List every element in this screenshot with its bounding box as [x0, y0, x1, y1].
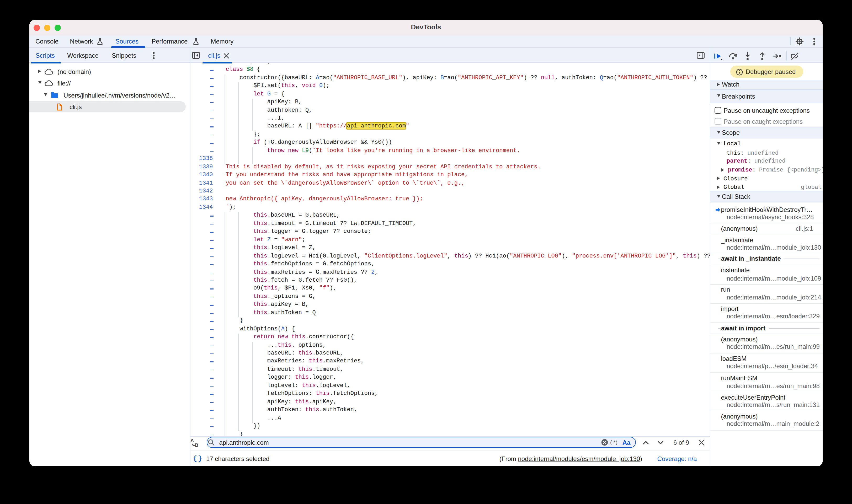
svg-text:B: B [195, 443, 198, 447]
svg-text:A: A [191, 438, 194, 443]
svg-text:(.*): (.*) [610, 439, 618, 445]
